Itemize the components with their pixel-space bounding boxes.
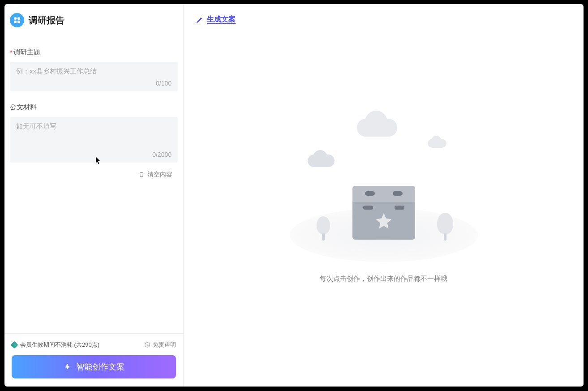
disclaimer-link[interactable]: 免责声明 [144,341,176,349]
sidebar-footer: 会员生效期间不消耗 (共290点) 免责声明 智能创作文案 [4,333,183,387]
sidebar-header: 调研报告 [4,4,183,32]
credits-info: 会员生效期间不消耗 (共290点) [12,341,99,349]
topic-input[interactable] [16,67,172,77]
page-title: 调研报告 [29,14,64,26]
info-icon [144,342,150,348]
svg-point-0 [14,17,17,20]
bolt-icon [64,363,72,371]
field-topic: * 调研主题 0/100 [10,48,178,91]
trash-icon [138,172,145,178]
field-material: 公文材料 0/2000 [10,103,178,163]
app-window: 调研报告 * 调研主题 0/100 公文材料 0/2000 [4,4,584,387]
material-counter: 0/2000 [16,151,172,158]
topic-counter: 0/100 [16,80,172,87]
disclaimer-text: 免责声明 [153,341,176,349]
tree-icon [317,216,330,241]
diamond-icon [11,341,18,349]
form-area: * 调研主题 0/100 公文材料 0/2000 清空内 [4,32,183,333]
clear-content-label: 清空内容 [147,171,172,179]
material-input[interactable] [16,122,172,148]
cloud-icon [308,155,335,167]
generate-button[interactable]: 智能创作文案 [12,355,176,378]
cloud-icon [428,139,446,148]
clear-content-button[interactable]: 清空内容 [10,163,178,179]
box-icon [352,186,415,240]
field-material-label: 公文材料 [10,103,178,112]
svg-point-3 [17,21,20,23]
empty-state-text: 每次点击创作，创作出来的作品都不一样哦 [320,275,447,283]
tree-icon [437,213,453,241]
cloud-icon [357,119,397,137]
svg-point-1 [17,17,20,20]
required-star: * [10,49,12,56]
sidebar: 调研报告 * 调研主题 0/100 公文材料 0/2000 [4,4,184,387]
topic-input-wrap[interactable]: 0/100 [10,62,178,91]
field-material-label-text: 公文材料 [10,103,37,112]
content-header[interactable]: 生成文案 [184,4,584,29]
empty-state: 每次点击创作，创作出来的作品都不一样哦 [184,29,584,387]
content-header-label: 生成文案 [207,15,236,24]
star-icon [374,211,393,230]
field-topic-label-text: 调研主题 [13,48,40,56]
empty-illustration [290,114,478,262]
material-input-wrap[interactable]: 0/2000 [10,117,178,163]
field-topic-label: * 调研主题 [10,48,178,56]
pencil-icon [196,16,203,23]
credits-text: 会员生效期间不消耗 (共290点) [20,341,99,349]
generate-button-label: 智能创作文案 [76,361,124,372]
svg-point-2 [14,21,17,23]
content-area: 生成文案 每次点击创作，创作出来的作品都不一样哦 [184,4,584,387]
logo-icon [10,13,24,27]
footer-info-row: 会员生效期间不消耗 (共290点) 免责声明 [12,341,176,349]
